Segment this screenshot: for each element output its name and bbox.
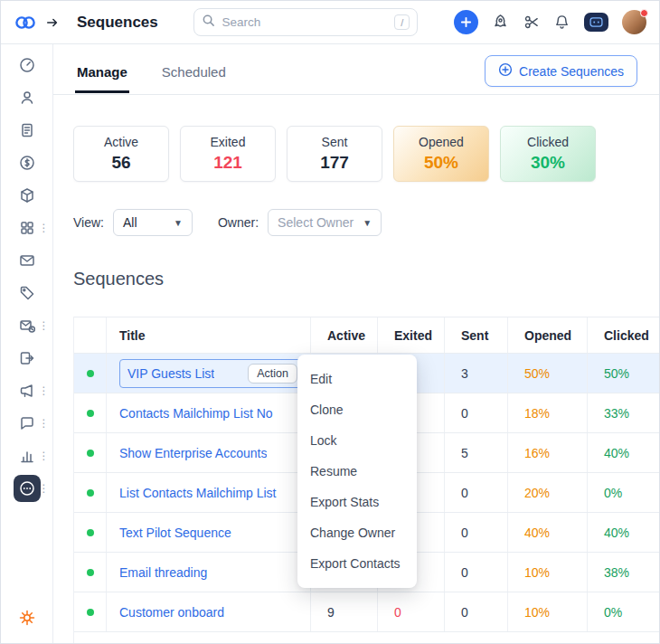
sidebar-item-journeys[interactable] (1, 342, 53, 374)
row-context-menu: Edit Clone Lock Resume Export Stats Chan… (297, 355, 417, 588)
sidebar-item-contacts[interactable] (1, 81, 53, 114)
overflow-dots-icon[interactable]: ⋮ (39, 320, 50, 331)
chat-bubble-icon (14, 410, 41, 437)
status-dot (87, 489, 94, 497)
sidebar-item-email[interactable] (1, 244, 53, 277)
notification-dot (640, 9, 648, 17)
user-avatar[interactable] (622, 10, 646, 34)
apps-grid-icon (14, 214, 41, 242)
header-clicked[interactable]: Clicked (588, 317, 659, 353)
tag-icon (14, 279, 41, 307)
header-exited[interactable]: Exited (378, 317, 445, 353)
create-sequences-button[interactable]: Create Sequences (485, 55, 637, 87)
owner-dropdown[interactable]: Select Owner ▼ (268, 209, 382, 236)
stat-card-opened[interactable]: Opened 50% (393, 126, 489, 182)
status-dot (87, 450, 94, 457)
sidebar-item-notes[interactable] (1, 114, 53, 147)
table-row[interactable]: Customer onboard 9 0 0 10% 0% (74, 592, 659, 632)
tab-scheduled[interactable]: Scheduled (160, 57, 228, 93)
overflow-dots-icon[interactable]: ⋮ (39, 450, 50, 461)
menu-item-clone[interactable]: Clone (297, 394, 417, 425)
menu-item-export-contacts[interactable]: Export Contacts (297, 548, 417, 579)
stats-row: Active 56 Exited 121 Sent 177 Opened 50%… (73, 126, 637, 182)
sidebar-item-reports[interactable]: ⋮ (1, 440, 53, 472)
sequences-table: Title Active Exited Sent Opened Clicked … (73, 317, 659, 643)
top-bar: Sequences / (1, 1, 659, 44)
header-title[interactable]: Title (107, 317, 311, 353)
stat-card-exited[interactable]: Exited 121 (180, 126, 276, 182)
stat-card-sent[interactable]: Sent 177 (287, 126, 382, 182)
status-dot (87, 370, 94, 377)
action-button[interactable]: Action (248, 364, 297, 384)
search-shortcut-badge: / (394, 14, 410, 30)
header-opened[interactable]: Opened (508, 317, 588, 353)
notes-icon (14, 117, 41, 144)
search-icon (202, 14, 215, 31)
header-sent[interactable]: Sent (445, 317, 508, 353)
settings-sun-icon (14, 604, 41, 631)
status-dot (87, 609, 94, 616)
sequence-title-link[interactable]: Customer onboard (119, 605, 224, 620)
expand-arrow-icon[interactable] (46, 16, 59, 29)
overflow-dots-icon[interactable]: ⋮ (39, 483, 50, 494)
selected-title-box: VIP Guests List Action (119, 359, 303, 388)
status-dot (87, 569, 94, 576)
circle-plus-icon (498, 62, 513, 80)
status-dot (87, 529, 94, 536)
sidebar-item-broadcast[interactable]: ⋮ (1, 374, 53, 407)
sequence-title-link[interactable]: VIP Guests List (127, 366, 214, 381)
sidebar-item-sequences[interactable]: ⋮ (1, 472, 53, 505)
overflow-dots-icon[interactable]: ⋮ (39, 418, 50, 429)
menu-item-change-owner[interactable]: Change Owner (297, 517, 417, 548)
assistant-bot-icon[interactable] (584, 13, 608, 32)
sidebar-item-campaigns[interactable]: ⋮ (1, 309, 53, 342)
menu-item-edit[interactable]: Edit (297, 364, 417, 394)
sequence-title-link[interactable]: Contacts Mailchimp List No (119, 406, 273, 421)
sidebar-item-tags[interactable] (1, 277, 53, 309)
section-title: Sequences (73, 269, 659, 289)
bar-chart-icon (14, 442, 41, 469)
status-dot (87, 410, 94, 417)
overflow-dots-icon[interactable]: ⋮ (39, 223, 50, 233)
sequence-title-link[interactable]: List Contacts Mailchimp List (119, 486, 277, 500)
sidebar-item-products[interactable] (1, 179, 53, 212)
view-dropdown[interactable]: All ▼ (113, 209, 193, 236)
campaign-email-icon (14, 312, 41, 339)
sidebar-item-dashboard[interactable] (1, 49, 53, 81)
search-input[interactable] (222, 15, 388, 29)
sidebar-item-apps[interactable]: ⋮ (1, 212, 53, 244)
app-logo-icon[interactable] (14, 14, 37, 32)
contacts-icon (14, 84, 41, 111)
package-icon (14, 182, 41, 209)
rocket-icon[interactable] (492, 14, 509, 31)
email-icon (14, 247, 41, 274)
sidebar-item-chat[interactable]: ⋮ (1, 407, 53, 440)
menu-item-lock[interactable]: Lock (297, 425, 417, 456)
sidebar-item-payments[interactable] (1, 147, 53, 179)
search-box[interactable]: / (193, 8, 418, 36)
main-content: Manage Scheduled Create Sequences Active… (53, 44, 659, 643)
tab-manage[interactable]: Manage (75, 57, 129, 93)
sidebar-item-settings[interactable] (1, 601, 53, 634)
scissors-icon[interactable] (523, 14, 540, 31)
bell-icon[interactable] (553, 14, 570, 31)
header-active[interactable]: Active (311, 317, 378, 353)
table-header-row: Title Active Exited Sent Opened Clicked (74, 317, 659, 354)
view-filter-label: View: (73, 215, 104, 230)
overflow-dots-icon[interactable]: ⋮ (39, 385, 50, 396)
stat-card-active[interactable]: Active 56 (73, 126, 169, 182)
sequence-title-link[interactable]: Text Pilot Sequence (119, 526, 231, 540)
sequence-title-link[interactable]: Email threading (119, 565, 207, 580)
dollar-icon (14, 149, 41, 176)
menu-item-export-stats[interactable]: Export Stats (297, 487, 417, 517)
menu-item-resume[interactable]: Resume (297, 456, 417, 487)
add-button[interactable] (454, 10, 478, 34)
megaphone-icon (14, 377, 41, 404)
header-status-col (74, 317, 107, 353)
stat-card-clicked[interactable]: Clicked 30% (500, 126, 596, 182)
tabs-bar: Manage Scheduled Create Sequences (53, 44, 659, 95)
export-document-icon (14, 345, 41, 372)
filters-row: View: All ▼ Owner: Select Owner ▼ (73, 209, 659, 236)
sequences-icon (14, 475, 41, 502)
sequence-title-link[interactable]: Show Enterprise Accounts (119, 446, 267, 460)
